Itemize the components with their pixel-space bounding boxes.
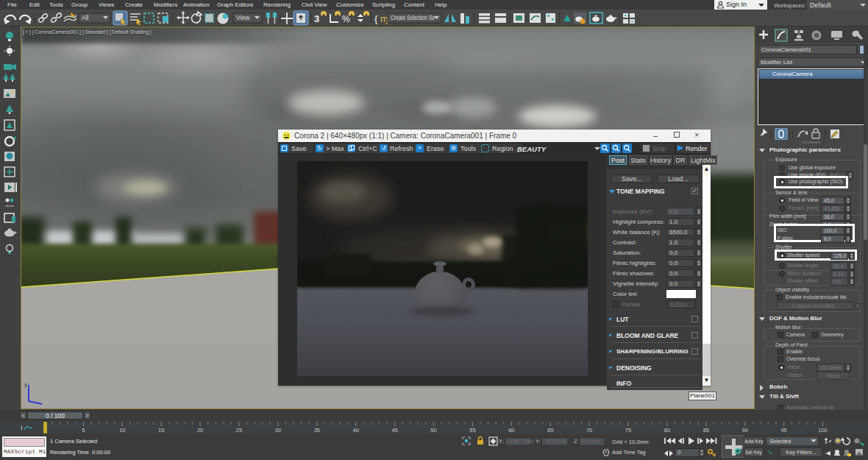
svg-text:100: 100 [818, 427, 828, 434]
svg-text:%: % [342, 14, 350, 24]
svg-text:All: All [82, 14, 89, 21]
svg-text:5: 5 [82, 427, 85, 434]
svg-text:50: 50 [430, 427, 436, 434]
svg-text:65: 65 [547, 427, 553, 434]
svg-text:3: 3 [314, 13, 319, 24]
svg-text:55: 55 [469, 427, 475, 434]
svg-text:Create Selection Se: Create Selection Se [391, 14, 435, 21]
svg-text:40: 40 [353, 427, 359, 434]
svg-text:View: View [236, 14, 250, 21]
svg-text:85: 85 [703, 427, 709, 434]
svg-text:90: 90 [742, 427, 748, 434]
svg-text:10: 10 [119, 427, 125, 434]
svg-text:95: 95 [780, 427, 786, 434]
svg-text:ɱ: ɱ [380, 13, 388, 24]
svg-text:I: I [21, 424, 23, 431]
svg-text:15: 15 [158, 427, 164, 434]
svg-text:35: 35 [314, 427, 320, 434]
svg-text:60: 60 [508, 427, 514, 434]
svg-text:30: 30 [275, 427, 281, 434]
svg-text:{: { [374, 13, 378, 24]
svg-text:25: 25 [236, 427, 242, 434]
svg-text:45: 45 [391, 427, 397, 434]
svg-text:20: 20 [197, 427, 203, 434]
svg-text:80: 80 [664, 427, 670, 434]
svg-text:y: y [24, 381, 27, 388]
svg-text:75: 75 [625, 427, 631, 434]
svg-text:70: 70 [586, 427, 592, 434]
